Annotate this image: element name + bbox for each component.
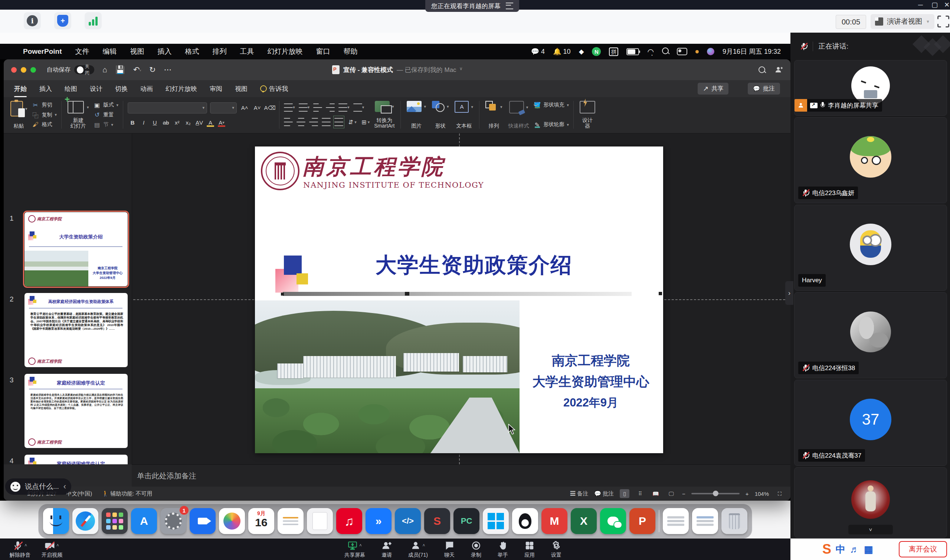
record-button[interactable]: 录制 — [471, 538, 481, 558]
dock-calendar-icon[interactable]: 9月16 — [248, 508, 274, 534]
align-text-button[interactable]: ⊞▾ — [360, 118, 370, 126]
font-color-button[interactable]: A▾ — [217, 118, 227, 127]
battery-icon[interactable] — [626, 48, 639, 55]
tab-home[interactable]: 开始 — [14, 80, 27, 97]
smartart-button[interactable]: ▾ 转换为SmartArt — [371, 99, 398, 130]
format-painter-button[interactable]: 🖌格式 — [32, 120, 57, 129]
chat-input-pill[interactable]: 说点什么... ‹ — [5, 478, 71, 495]
participant-tile[interactable]: 电信224张恒38 — [794, 292, 947, 378]
slide-editing-canvas[interactable]: 南京工程学院 NANJING INSTITUTE OF TECHNOLOGY 大… — [132, 134, 790, 464]
copy-button[interactable]: ⿻复制▾ — [32, 110, 57, 120]
menu-help[interactable]: 帮助 — [344, 47, 358, 56]
designer-button[interactable]: 设计器 — [577, 99, 598, 130]
start-video-button[interactable]: ˄ 开启视频 — [42, 538, 62, 558]
dock-settings-icon[interactable]: 1 — [160, 508, 186, 534]
zoom-slider[interactable] — [691, 493, 740, 494]
quick-styles-button[interactable]: ▾ 快速样式 — [506, 99, 532, 130]
tab-design[interactable]: 设计 — [90, 80, 102, 97]
redo-icon[interactable]: ↻ — [149, 65, 156, 74]
text-direction-button[interactable]: ⇵▾ — [347, 118, 356, 126]
raise-hand-button[interactable]: 举手 — [498, 538, 508, 558]
menu-window[interactable]: 窗口 — [316, 47, 330, 56]
zoom-percent[interactable]: 104% — [755, 491, 769, 497]
utility-status-icon[interactable]: ◆ — [579, 48, 584, 55]
picture-button[interactable]: ▾ 图片 — [404, 99, 429, 130]
dock-dark-app-icon[interactable]: S — [424, 508, 450, 534]
slide-canvas[interactable]: 南京工程学院 NANJING INSTITUTE OF TECHNOLOGY 大… — [255, 146, 663, 453]
line-spacing-button[interactable]: ▾ — [338, 102, 350, 113]
menu-arrange[interactable]: 排列 — [213, 47, 227, 56]
chat-button[interactable]: 聊天 — [444, 538, 455, 558]
slide-title[interactable]: 大学生资助政策介绍 — [348, 251, 600, 280]
font-name-select[interactable]: ▾ — [128, 102, 207, 114]
zoom-in-button[interactable]: + — [745, 491, 749, 497]
participant-tile[interactable]: 37 电信224袁茂骞37 — [794, 380, 947, 466]
dock-launchpad-icon[interactable] — [102, 508, 128, 534]
network-quality-button[interactable] — [85, 12, 102, 29]
shape-handle[interactable] — [281, 292, 284, 295]
menu-tools[interactable]: 工具 — [240, 47, 254, 56]
tab-animations[interactable]: 动画 — [140, 80, 153, 97]
dock-textedit-icon[interactable] — [307, 508, 333, 534]
textbox-button[interactable]: A▾ 文本框 — [452, 99, 476, 130]
menu-format[interactable]: 格式 — [185, 47, 199, 56]
tab-transitions[interactable]: 切换 — [115, 80, 128, 97]
reset-button[interactable]: ↺重置 — [94, 110, 119, 120]
dock-finder-icon[interactable] — [43, 508, 69, 534]
apps-button[interactable]: 应用 — [524, 538, 535, 558]
participant-tile[interactable]: 电信223乌鑫妍 — [794, 117, 947, 203]
share-screen-button[interactable]: ˄ 共享屏幕 — [344, 538, 365, 558]
share-button[interactable]: ↗共享 — [698, 83, 728, 95]
scroll-down-chevron[interactable]: ˅ — [848, 525, 893, 534]
menu-insert[interactable]: 插入 — [158, 47, 172, 56]
slideshow-button[interactable]: 🖵 — [666, 489, 676, 498]
siri-icon[interactable] — [707, 48, 714, 55]
more-icon[interactable]: ⋯ — [164, 65, 172, 74]
menu-edit[interactable]: 编辑 — [103, 47, 117, 56]
fit-slide-button[interactable]: ⛶ — [775, 489, 785, 498]
title-rule-shape[interactable] — [283, 292, 632, 296]
kerning-button[interactable]: A̲V — [194, 118, 204, 127]
underline-button[interactable]: U — [150, 118, 160, 127]
shape-outline-button[interactable]: ✎形状轮廓▾ — [534, 120, 569, 129]
shape-handle[interactable] — [659, 292, 662, 295]
dock-appstore-icon[interactable]: A — [131, 508, 157, 534]
bold-button[interactable]: B — [128, 118, 137, 127]
tab-review[interactable]: 审阅 — [210, 80, 222, 97]
paste-button[interactable]: ▾ 粘贴 — [8, 99, 31, 130]
distribute-button[interactable] — [335, 117, 343, 127]
presenter-view-dropdown[interactable]: 演讲者视图 ▼ — [871, 14, 935, 29]
mac-minimize-button[interactable] — [21, 67, 26, 73]
tab-slideshow[interactable]: 幻灯片放映 — [165, 80, 197, 97]
shape-handle[interactable] — [405, 292, 409, 295]
reading-view-button[interactable]: 📖 — [651, 489, 660, 498]
mac-close-button[interactable] — [11, 67, 17, 73]
menu-slideshow[interactable]: 幻灯片放映 — [268, 47, 303, 56]
normal-view-button[interactable]: ▯ — [620, 489, 629, 498]
input-method-icon[interactable]: 拼 — [609, 48, 618, 56]
shape-fill-button[interactable]: 🪣形状填充▾ — [534, 100, 569, 110]
sidebar-collapse-handle[interactable]: › — [785, 281, 793, 305]
dock-minimized-window-2[interactable] — [692, 508, 718, 534]
outdent-button[interactable] — [313, 102, 322, 113]
numbering-button[interactable]: ▾ — [299, 102, 310, 113]
participant-tile[interactable]: ˅ — [794, 467, 947, 538]
tab-insert[interactable]: 插入 — [39, 80, 52, 97]
menu-view[interactable]: 视图 — [130, 47, 144, 56]
search-icon[interactable] — [759, 66, 765, 73]
comments-button[interactable]: 💬批注 — [748, 83, 780, 95]
home-icon[interactable]: ⌂ — [102, 65, 107, 74]
notification-status-icon[interactable]: 🔔10 — [553, 48, 571, 55]
highlight-color-button[interactable]: A — [205, 118, 215, 127]
members-button[interactable]: ˄ 成员(71) — [408, 538, 428, 558]
security-button[interactable]: + — [54, 12, 71, 29]
minimize-button[interactable]: ─ — [918, 0, 923, 10]
zoom-out-button[interactable]: − — [682, 491, 685, 497]
dock-notes-icon[interactable] — [278, 508, 304, 534]
indent-button[interactable] — [326, 102, 335, 113]
banner-menu-icon[interactable] — [506, 3, 513, 9]
font-size-select[interactable]: ▾ — [210, 102, 237, 114]
autosave-toggle[interactable]: 关闭 — [74, 65, 94, 74]
menu-file[interactable]: 文件 — [76, 47, 89, 56]
unmute-button[interactable]: ˄ 解除静音 — [10, 538, 31, 558]
